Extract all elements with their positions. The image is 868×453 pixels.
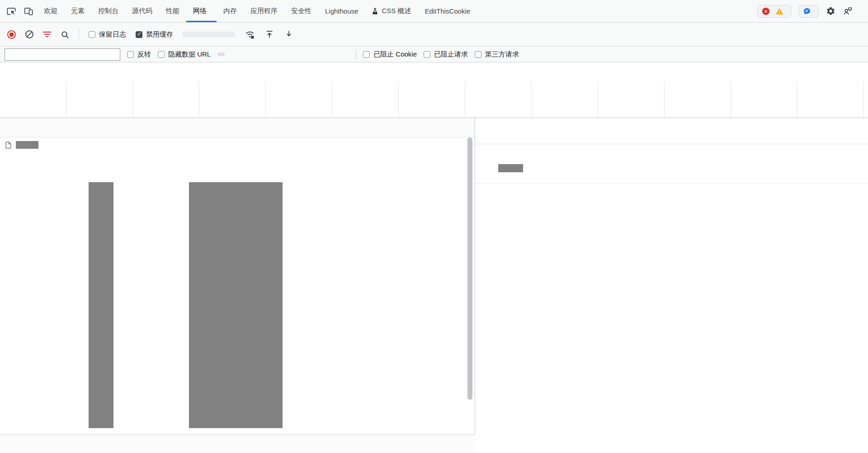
panel-tab[interactable]: 元素 xyxy=(64,0,91,22)
panel-tab-label: 应用程序 xyxy=(250,7,278,15)
checkbox-label: 禁用缓存 xyxy=(146,30,173,39)
messages-badge[interactable] xyxy=(798,5,819,18)
clear-button[interactable] xyxy=(25,30,33,38)
filter-checkbox[interactable]: 第三方请求 xyxy=(475,50,519,59)
request-type-chip[interactable] xyxy=(297,52,304,56)
redacted-text xyxy=(16,141,38,149)
filter-input-wrapper xyxy=(5,48,120,61)
request-type-chip[interactable] xyxy=(285,52,292,56)
redaction-overlay xyxy=(189,182,283,428)
panel-tab[interactable]: 性能 xyxy=(159,0,186,22)
record-button[interactable] xyxy=(7,30,16,39)
request-type-chip[interactable] xyxy=(251,52,259,56)
toolbar-checkbox[interactable]: 禁用缓存 xyxy=(136,30,173,39)
query-params-list xyxy=(475,158,868,184)
toolbar-checkbox[interactable]: 保留日志 xyxy=(89,30,126,39)
panel-tab-label: CSS 概述 xyxy=(382,7,411,15)
filter-checkbox[interactable]: 隐藏数据 URL xyxy=(158,50,211,59)
filter-checkbox[interactable]: 已阻止 Cookie xyxy=(363,50,417,59)
filter-toggle-icon[interactable] xyxy=(43,30,51,38)
file-icon xyxy=(5,142,11,149)
waterfall-overview[interactable] xyxy=(0,62,868,118)
toolbar-checkboxes: 保留日志 禁用缓存 xyxy=(89,30,173,39)
network-conditions-icon[interactable] xyxy=(245,29,255,40)
main-tab-bar: 欢迎 元素 控制台 xyxy=(0,0,868,23)
details-tab[interactable] xyxy=(491,118,501,144)
panel-tab[interactable]: 网络 xyxy=(186,0,217,22)
redaction-overlay xyxy=(89,182,113,428)
more-tabs-button[interactable] xyxy=(477,0,488,22)
panel-tab[interactable]: Lighthouse xyxy=(318,0,365,22)
error-icon: × xyxy=(762,8,769,15)
request-details-panel xyxy=(475,118,868,453)
device-toolbar-button[interactable] xyxy=(20,0,37,22)
network-toolbar: 保留日志 禁用缓存 xyxy=(0,23,868,47)
checkbox-icon xyxy=(136,31,142,38)
panel-tab[interactable]: 源代码 xyxy=(125,0,159,22)
throttling-select[interactable] xyxy=(183,32,235,37)
request-type-chip[interactable] xyxy=(342,52,349,56)
request-type-chip[interactable] xyxy=(330,52,338,56)
panel-tab-label: 性能 xyxy=(166,7,179,15)
panel-tab-label: Lighthouse xyxy=(325,7,358,15)
table-row[interactable] xyxy=(0,137,475,152)
checkbox-icon xyxy=(158,51,165,58)
checkbox-icon xyxy=(89,31,95,38)
issues-badge[interactable]: × xyxy=(757,5,791,18)
checkbox-label: 保留日志 xyxy=(99,30,126,39)
checkbox-icon xyxy=(475,51,481,58)
request-type-chip[interactable] xyxy=(240,52,247,56)
flask-icon xyxy=(372,8,378,14)
filter-divider xyxy=(356,49,356,59)
panel-tab[interactable]: 应用程序 xyxy=(244,0,284,22)
panel-tab-label: 安全性 xyxy=(291,7,311,15)
timeline-marks xyxy=(0,62,868,118)
scrollbar-thumb[interactable] xyxy=(467,137,472,400)
checkbox-label: 第三方请求 xyxy=(485,50,519,59)
panel-tab[interactable]: 安全性 xyxy=(284,0,318,22)
panel-tab[interactable]: 控制台 xyxy=(91,0,125,22)
checkbox-label: 反转 xyxy=(137,50,151,59)
request-type-chip[interactable] xyxy=(274,52,281,56)
panel-tab-label: 内存 xyxy=(223,7,237,15)
request-type-chip[interactable] xyxy=(319,52,326,56)
query-param-row xyxy=(493,160,868,176)
network-filter-bar: 反转 隐藏数据 URL 已阻止 Cookie 已阻止请求 第三方请求 xyxy=(0,47,868,62)
request-type-chip[interactable] xyxy=(263,52,270,56)
panel-tab[interactable]: 欢迎 xyxy=(37,0,64,22)
request-table xyxy=(0,118,475,434)
filter-checkbox[interactable]: 反转 xyxy=(127,50,151,59)
query-params-section-header xyxy=(475,144,868,156)
checkbox-icon xyxy=(127,51,134,58)
request-type-chips xyxy=(217,52,349,56)
panel-tab[interactable]: CSS 概述 xyxy=(365,0,418,22)
panel-tab[interactable]: EditThisCookie xyxy=(418,0,477,22)
panel-tab-label: EditThisCookie xyxy=(425,7,470,15)
search-icon[interactable] xyxy=(61,30,69,39)
request-type-chip[interactable] xyxy=(217,52,225,56)
filter-checkbox[interactable]: 已阻止请求 xyxy=(424,50,468,59)
inspect-element-button[interactable] xyxy=(3,0,20,22)
request-rows xyxy=(0,137,475,152)
name-column-header[interactable] xyxy=(0,118,475,137)
import-har-icon[interactable] xyxy=(264,29,274,39)
export-har-icon[interactable] xyxy=(284,29,294,39)
request-type-chip[interactable] xyxy=(308,52,315,56)
devtools-window: 欢迎 元素 控制台 xyxy=(0,0,868,453)
close-details-icon[interactable] xyxy=(477,118,491,144)
message-bubble-icon xyxy=(803,8,811,15)
panel-tab-label: 欢迎 xyxy=(44,7,57,15)
redacted-value xyxy=(498,164,523,172)
toolbar-divider xyxy=(79,28,79,40)
panel-tab[interactable]: 内存 xyxy=(217,0,244,22)
network-status-bar xyxy=(0,434,475,453)
request-type-chip[interactable] xyxy=(229,52,236,56)
feedback-icon[interactable] xyxy=(843,6,853,16)
checkbox-icon xyxy=(363,51,370,58)
settings-gear-icon[interactable] xyxy=(826,6,835,16)
device-toolbar-icon xyxy=(24,6,33,16)
panel-tab-label: 元素 xyxy=(71,7,85,15)
tabbar-right-cluster: × xyxy=(757,0,865,22)
details-tab-bar xyxy=(475,118,868,144)
filter-input[interactable] xyxy=(9,51,116,58)
